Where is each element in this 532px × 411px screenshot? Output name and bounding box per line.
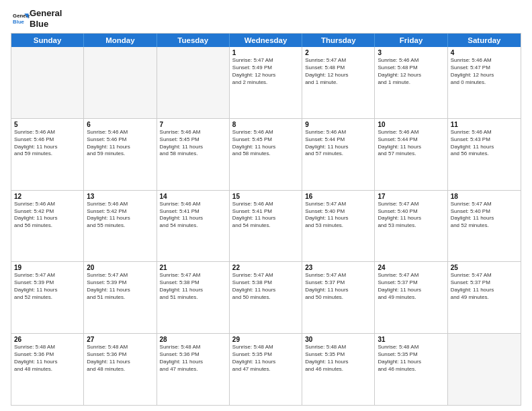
day-number: 9 (305, 121, 371, 128)
day-cell-9: 9Sunrise: 5:46 AM Sunset: 5:44 PM Daylig… (302, 119, 375, 190)
day-info: Sunrise: 5:48 AM Sunset: 5:35 PM Dayligh… (305, 344, 371, 373)
calendar-row-3: 19Sunrise: 5:47 AM Sunset: 5:39 PM Dayli… (11, 261, 521, 333)
day-cell-29: 29Sunrise: 5:48 AM Sunset: 5:35 PM Dayli… (230, 334, 302, 405)
day-cell-10: 10Sunrise: 5:46 AM Sunset: 5:44 PM Dayli… (375, 119, 447, 190)
day-cell-31: 31Sunrise: 5:48 AM Sunset: 5:35 PM Dayli… (375, 334, 447, 405)
header-day-monday: Monday (84, 34, 157, 47)
logo-text-blue: Blue (30, 19, 62, 30)
page: General Blue General Blue SundayMondayTu… (0, 0, 532, 411)
day-info: Sunrise: 5:47 AM Sunset: 5:37 PM Dayligh… (378, 272, 444, 301)
day-info: Sunrise: 5:47 AM Sunset: 5:40 PM Dayligh… (305, 201, 371, 230)
day-cell-19: 19Sunrise: 5:47 AM Sunset: 5:39 PM Dayli… (11, 262, 84, 333)
day-cell-12: 12Sunrise: 5:46 AM Sunset: 5:42 PM Dayli… (11, 191, 84, 262)
day-number: 21 (160, 264, 226, 271)
day-info: Sunrise: 5:47 AM Sunset: 5:48 PM Dayligh… (305, 57, 371, 86)
day-info: Sunrise: 5:46 AM Sunset: 5:46 PM Dayligh… (14, 129, 81, 158)
day-cell-25: 25Sunrise: 5:47 AM Sunset: 5:37 PM Dayli… (448, 262, 521, 333)
day-info: Sunrise: 5:46 AM Sunset: 5:47 PM Dayligh… (451, 57, 518, 86)
day-cell-8: 8Sunrise: 5:46 AM Sunset: 5:45 PM Daylig… (230, 119, 302, 190)
day-number: 3 (378, 49, 444, 56)
day-info: Sunrise: 5:46 AM Sunset: 5:45 PM Dayligh… (160, 129, 226, 158)
header-day-tuesday: Tuesday (157, 34, 230, 47)
header: General Blue General Blue (11, 8, 521, 29)
calendar-body: 1Sunrise: 5:47 AM Sunset: 5:49 PM Daylig… (11, 47, 521, 405)
day-info: Sunrise: 5:47 AM Sunset: 5:39 PM Dayligh… (14, 272, 81, 301)
day-info: Sunrise: 5:46 AM Sunset: 5:45 PM Dayligh… (232, 129, 299, 158)
day-info: Sunrise: 5:47 AM Sunset: 5:40 PM Dayligh… (451, 201, 518, 230)
logo-icon: General Blue (11, 9, 30, 28)
day-number: 25 (451, 264, 518, 271)
day-number: 27 (87, 336, 153, 343)
day-info: Sunrise: 5:46 AM Sunset: 5:48 PM Dayligh… (378, 57, 444, 86)
day-number: 20 (87, 264, 153, 271)
day-number: 17 (378, 193, 444, 200)
day-number: 23 (305, 264, 371, 271)
day-number: 6 (87, 121, 153, 128)
logo: General Blue General Blue (11, 8, 62, 29)
day-cell-22: 22Sunrise: 5:47 AM Sunset: 5:38 PM Dayli… (230, 262, 302, 333)
day-number: 7 (160, 121, 226, 128)
day-cell-16: 16Sunrise: 5:47 AM Sunset: 5:40 PM Dayli… (302, 191, 375, 262)
logo-text-general: General (30, 8, 62, 19)
day-info: Sunrise: 5:48 AM Sunset: 5:35 PM Dayligh… (378, 344, 444, 373)
day-cell-26: 26Sunrise: 5:48 AM Sunset: 5:36 PM Dayli… (11, 334, 84, 405)
day-number: 14 (160, 193, 226, 200)
day-cell-30: 30Sunrise: 5:48 AM Sunset: 5:35 PM Dayli… (302, 334, 375, 405)
calendar-row-4: 26Sunrise: 5:48 AM Sunset: 5:36 PM Dayli… (11, 333, 521, 405)
calendar-row-0: 1Sunrise: 5:47 AM Sunset: 5:49 PM Daylig… (11, 47, 521, 118)
day-cell-23: 23Sunrise: 5:47 AM Sunset: 5:37 PM Dayli… (302, 262, 375, 333)
day-info: Sunrise: 5:47 AM Sunset: 5:40 PM Dayligh… (378, 201, 444, 230)
day-info: Sunrise: 5:47 AM Sunset: 5:49 PM Dayligh… (232, 57, 299, 86)
day-cell-3: 3Sunrise: 5:46 AM Sunset: 5:48 PM Daylig… (375, 47, 447, 118)
day-number: 31 (378, 336, 444, 343)
day-info: Sunrise: 5:47 AM Sunset: 5:37 PM Dayligh… (305, 272, 371, 301)
day-info: Sunrise: 5:47 AM Sunset: 5:37 PM Dayligh… (451, 272, 518, 301)
day-cell-6: 6Sunrise: 5:46 AM Sunset: 5:46 PM Daylig… (84, 119, 157, 190)
calendar-row-2: 12Sunrise: 5:46 AM Sunset: 5:42 PM Dayli… (11, 190, 521, 262)
day-number: 16 (305, 193, 371, 200)
day-cell-11: 11Sunrise: 5:46 AM Sunset: 5:43 PM Dayli… (448, 119, 521, 190)
day-number: 22 (232, 264, 299, 271)
day-info: Sunrise: 5:46 AM Sunset: 5:42 PM Dayligh… (87, 201, 153, 230)
day-number: 12 (14, 193, 81, 200)
day-cell-27: 27Sunrise: 5:48 AM Sunset: 5:36 PM Dayli… (84, 334, 157, 405)
day-info: Sunrise: 5:46 AM Sunset: 5:44 PM Dayligh… (305, 129, 371, 158)
day-cell-20: 20Sunrise: 5:47 AM Sunset: 5:39 PM Dayli… (84, 262, 157, 333)
day-number: 4 (451, 49, 518, 56)
empty-cell (448, 334, 521, 405)
empty-cell (11, 47, 84, 118)
day-number: 1 (232, 49, 299, 56)
day-info: Sunrise: 5:46 AM Sunset: 5:42 PM Dayligh… (14, 201, 81, 230)
day-number: 8 (232, 121, 299, 128)
day-number: 24 (378, 264, 444, 271)
svg-text:Blue: Blue (13, 19, 25, 25)
day-number: 29 (232, 336, 299, 343)
day-cell-7: 7Sunrise: 5:46 AM Sunset: 5:45 PM Daylig… (157, 119, 230, 190)
day-number: 15 (232, 193, 299, 200)
day-cell-21: 21Sunrise: 5:47 AM Sunset: 5:38 PM Dayli… (157, 262, 230, 333)
day-number: 18 (451, 193, 518, 200)
day-number: 28 (160, 336, 226, 343)
day-cell-18: 18Sunrise: 5:47 AM Sunset: 5:40 PM Dayli… (448, 191, 521, 262)
day-number: 5 (14, 121, 81, 128)
day-cell-28: 28Sunrise: 5:48 AM Sunset: 5:36 PM Dayli… (157, 334, 230, 405)
day-number: 2 (305, 49, 371, 56)
day-info: Sunrise: 5:48 AM Sunset: 5:36 PM Dayligh… (14, 344, 81, 373)
header-day-friday: Friday (375, 34, 447, 47)
day-cell-4: 4Sunrise: 5:46 AM Sunset: 5:47 PM Daylig… (448, 47, 521, 118)
day-cell-14: 14Sunrise: 5:46 AM Sunset: 5:41 PM Dayli… (157, 191, 230, 262)
header-day-wednesday: Wednesday (230, 34, 302, 47)
day-cell-15: 15Sunrise: 5:46 AM Sunset: 5:41 PM Dayli… (230, 191, 302, 262)
day-info: Sunrise: 5:46 AM Sunset: 5:41 PM Dayligh… (160, 201, 226, 230)
empty-cell (157, 47, 230, 118)
day-cell-1: 1Sunrise: 5:47 AM Sunset: 5:49 PM Daylig… (230, 47, 302, 118)
day-cell-2: 2Sunrise: 5:47 AM Sunset: 5:48 PM Daylig… (302, 47, 375, 118)
day-number: 11 (451, 121, 518, 128)
day-info: Sunrise: 5:48 AM Sunset: 5:35 PM Dayligh… (232, 344, 299, 373)
calendar-header: SundayMondayTuesdayWednesdayThursdayFrid… (11, 34, 521, 47)
day-number: 30 (305, 336, 371, 343)
empty-cell (84, 47, 157, 118)
header-day-saturday: Saturday (448, 34, 521, 47)
day-info: Sunrise: 5:46 AM Sunset: 5:46 PM Dayligh… (87, 129, 153, 158)
day-info: Sunrise: 5:48 AM Sunset: 5:36 PM Dayligh… (87, 344, 153, 373)
